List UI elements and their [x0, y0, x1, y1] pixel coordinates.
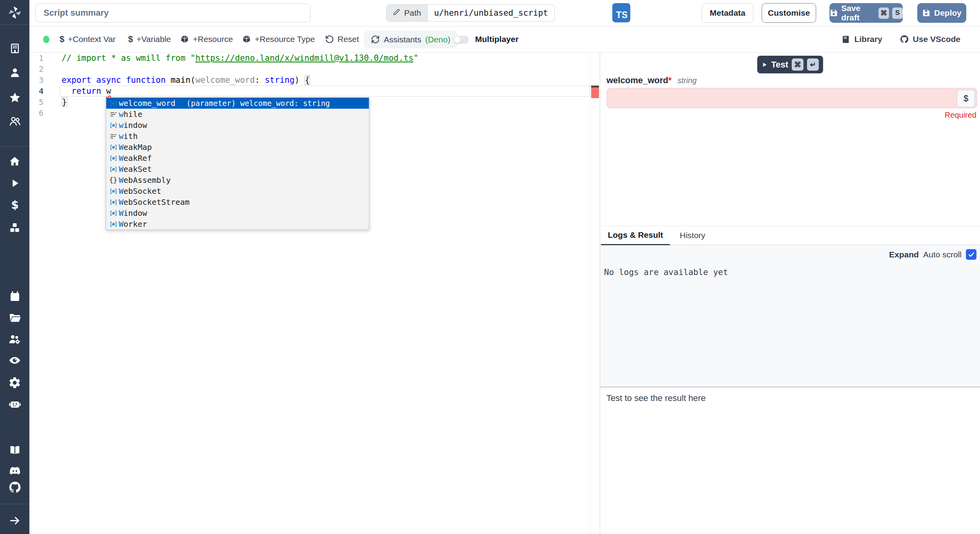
- library-button[interactable]: Library: [841, 35, 882, 44]
- code-editor[interactable]: 123456 // import * as wmill from "https:…: [29, 53, 600, 534]
- add-context-var-button[interactable]: $ +Context Var: [60, 26, 116, 52]
- main-area: Path u/henri/unbiased_script TS Metadata…: [29, 0, 980, 534]
- folder-icon[interactable]: [0, 311, 29, 324]
- autocomplete-item-window[interactable]: window: [106, 120, 369, 131]
- kbd-enter: ↵: [807, 58, 819, 71]
- users-icon[interactable]: [0, 115, 29, 128]
- variable-kind-icon: [108, 199, 119, 206]
- autocomplete-item-welcome_word[interactable]: welcome_word(parameter) welcome_word: st…: [106, 98, 369, 109]
- path-value: u/henri/unbiased_script: [428, 4, 555, 22]
- variable-kind-icon: [108, 100, 119, 107]
- required-note: Required: [945, 111, 976, 120]
- windmill-script-editor: $: [0, 0, 980, 534]
- eye-audit-icon[interactable]: [0, 354, 29, 367]
- add-resource-button[interactable]: +Resource: [180, 26, 233, 52]
- autocomplete-item-WebSocket[interactable]: WebSocket: [106, 186, 369, 197]
- rotate-ccw-icon: [325, 35, 334, 44]
- autocomplete-item-with[interactable]: with: [106, 131, 369, 142]
- multiplayer-label: Multiplayer: [475, 26, 519, 52]
- code-line[interactable]: }: [62, 97, 67, 108]
- line-number: 1: [29, 53, 44, 64]
- logs-area: Expand Auto scroll No logs are available…: [600, 245, 980, 386]
- autoscroll-checkbox[interactable]: [966, 249, 976, 260]
- topbar: Path u/henri/unbiased_script TS Metadata…: [29, 0, 980, 26]
- code-line[interactable]: // import * as wmill from "https://deno.…: [62, 53, 418, 64]
- floppy-deploy-icon: [922, 9, 931, 17]
- script-summary-input[interactable]: [35, 4, 310, 22]
- autocomplete-item-WeakMap[interactable]: WeakMap: [106, 142, 369, 153]
- typescript-badge: TS: [612, 3, 630, 22]
- test-button[interactable]: Test ⌘ ↵: [757, 56, 823, 73]
- dollar-variables-icon[interactable]: $: [0, 199, 29, 212]
- autocomplete-item-WeakRef[interactable]: WeakRef: [106, 153, 369, 164]
- kbd-cmd: ⌘: [792, 58, 804, 71]
- variable-kind-icon: [108, 144, 119, 151]
- windmill-logo-icon[interactable]: [0, 4, 29, 21]
- discord-icon[interactable]: [0, 464, 29, 478]
- robot-ai-icon[interactable]: [0, 397, 29, 410]
- welcome-word-input[interactable]: $: [606, 88, 977, 108]
- cubes-resources-icon[interactable]: [0, 221, 29, 234]
- error-marker: [591, 87, 599, 98]
- field-type: string: [677, 76, 697, 85]
- variable-kind-icon: [108, 221, 119, 228]
- add-variable-button[interactable]: $ +Variable: [128, 26, 171, 52]
- keyword-kind-icon: [108, 133, 119, 140]
- add-resource-type-button[interactable]: +Resource Type: [242, 26, 315, 52]
- autocomplete-item-Worker[interactable]: Worker: [106, 219, 369, 230]
- kbd-cmd: ⌘: [878, 7, 889, 19]
- path-field[interactable]: Path u/henri/unbiased_script: [386, 4, 555, 22]
- logs-empty-message: No logs are available yet: [604, 268, 728, 277]
- calendar-schedules-icon[interactable]: [0, 290, 29, 303]
- path-label: Path: [404, 8, 421, 18]
- tab-logs-result[interactable]: Logs & Result: [601, 226, 670, 245]
- github-icon[interactable]: [0, 481, 29, 494]
- sync-icon: [371, 35, 380, 44]
- use-vscode-button[interactable]: Use VScode: [900, 35, 960, 44]
- result-placeholder: Test to see the result here: [606, 393, 706, 403]
- assistants-button[interactable]: Assistants (Deno): [364, 31, 457, 48]
- workspace-building-icon[interactable]: [0, 42, 29, 55]
- play-runs-icon[interactable]: [0, 177, 29, 190]
- autoscroll-label: Auto scroll: [923, 250, 962, 259]
- home-icon[interactable]: [0, 155, 29, 168]
- play-icon: [761, 62, 768, 68]
- status-dot: [43, 36, 49, 43]
- code-line[interactable]: return w: [62, 86, 111, 97]
- autocomplete-item-Window[interactable]: Window: [106, 208, 369, 219]
- user-icon[interactable]: [0, 66, 29, 79]
- customise-button[interactable]: Customise: [762, 3, 816, 23]
- deploy-button[interactable]: Deploy: [917, 3, 966, 23]
- variable-kind-icon: [108, 122, 119, 129]
- github-icon: [900, 35, 909, 44]
- book-icon: [841, 35, 850, 44]
- floppy-save-icon: [829, 9, 838, 17]
- expand-sidebar-arrow-icon[interactable]: [0, 514, 29, 527]
- tab-history[interactable]: History: [677, 226, 708, 245]
- groups-gear-icon[interactable]: [0, 332, 29, 346]
- module-kind-icon: {}: [108, 176, 119, 184]
- autocomplete-item-WebSocketStream[interactable]: WebSocketStream: [106, 197, 369, 208]
- result-area: Test to see the result here: [600, 388, 980, 534]
- variable-kind-icon: [108, 166, 119, 173]
- autocomplete-item-while[interactable]: while: [106, 109, 369, 120]
- field-name: welcome_word: [606, 75, 668, 86]
- code-line[interactable]: export async function main(welcome_word:…: [62, 75, 310, 86]
- insert-variable-button[interactable]: $: [957, 90, 975, 107]
- book-docs-icon[interactable]: [0, 444, 29, 457]
- line-number: 4: [29, 86, 44, 97]
- reset-button[interactable]: Reset: [325, 26, 359, 52]
- line-number: 5: [29, 97, 44, 108]
- gear-settings-icon[interactable]: [0, 375, 29, 390]
- save-draft-button[interactable]: Save draft ⌘ S: [829, 3, 903, 23]
- cube-icon: [242, 35, 251, 44]
- multiplayer-toggle[interactable]: [453, 36, 469, 44]
- expand-button[interactable]: Expand: [889, 250, 919, 259]
- autocomplete-item-WeakSet[interactable]: WeakSet: [106, 164, 369, 175]
- star-icon[interactable]: [0, 91, 29, 104]
- line-number: 2: [29, 64, 44, 75]
- dollar-icon: $: [128, 34, 133, 44]
- assistants-language: (Deno): [425, 35, 450, 44]
- metadata-button[interactable]: Metadata: [702, 3, 753, 23]
- autocomplete-item-WebAssembly[interactable]: {}WebAssembly: [106, 175, 369, 186]
